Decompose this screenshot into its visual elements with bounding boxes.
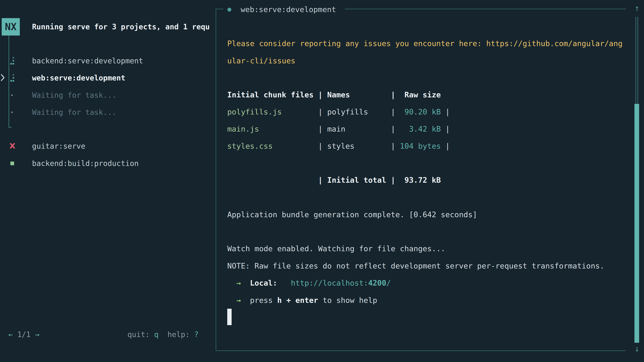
local-url[interactable]: http://localhost: [291, 279, 368, 287]
task-label: Waiting for task... [32, 104, 116, 121]
chunk-size: 3.42 kB [400, 124, 441, 133]
chunk-table-row: main.js | main | 3.42 kB | [227, 120, 450, 138]
scrollbar-track[interactable] [636, 17, 636, 104]
keyboard-hints: quit: q help: ? [128, 326, 198, 343]
chunk-table-row: styles.css | styles | 104 bytes | [227, 138, 450, 155]
pipe: | [441, 107, 450, 116]
indent [227, 279, 236, 287]
failed-x-icon [10, 142, 16, 150]
task-group-guide-corner [8, 127, 12, 128]
pipe: | [318, 176, 327, 185]
task-item-waiting-1[interactable]: Waiting for task... [0, 87, 216, 104]
pipe: | [318, 107, 327, 116]
task-item-backend-serve[interactable]: backend:serve:development [0, 52, 216, 69]
local-label: Local: [250, 279, 277, 287]
pipe: | [391, 107, 400, 116]
task-item-web-serve[interactable]: web:serve:development [0, 69, 216, 86]
header-names-col: Names [327, 90, 391, 99]
pipe: | [318, 142, 327, 150]
pane-border-top-stub [216, 9, 224, 9]
task-label: guitar:serve [32, 138, 85, 155]
pane-border-bottom [216, 351, 626, 351]
pagination-next-arrow[interactable]: → [35, 330, 40, 339]
pipe: | [441, 124, 450, 133]
help-hint-label: help: [158, 330, 194, 339]
sidebar-title: Running serve for 3 projects, and 1 requ [32, 18, 210, 35]
pipe: | [318, 124, 327, 133]
total-label: Initial total [327, 176, 391, 185]
pipe: | [391, 176, 400, 185]
running-spinner-icon [10, 57, 15, 65]
running-spinner-icon [10, 74, 15, 82]
local-url-slash[interactable]: / [386, 279, 391, 287]
total-size: 93.72 kB [400, 176, 441, 185]
help-post: to show help [318, 296, 377, 305]
arrow-icon: → [236, 296, 241, 305]
task-label: Waiting for task... [32, 87, 116, 104]
gap [241, 279, 250, 287]
chunk-size: 90.20 kB [400, 107, 441, 116]
chunk-name: polyfills [327, 107, 391, 116]
notice-line-1: Please consider reporting any issues you… [227, 35, 622, 52]
arrow-icon: → [236, 279, 241, 287]
pane-border-top-rule [345, 9, 626, 9]
pipe: | [391, 124, 400, 133]
chunk-file: styles.css [227, 142, 318, 150]
task-item-backend-build[interactable]: backend:build:production [0, 155, 216, 172]
scrollbar-track[interactable] [638, 17, 638, 104]
local-url-port[interactable]: 4200 [368, 279, 386, 287]
task-item-guitar-serve[interactable]: guitar:serve [0, 138, 216, 155]
pagination: ← 1/1 → [8, 326, 40, 343]
note-line: NOTE: Raw file sizes do not reflect deve… [227, 257, 604, 275]
help-hint-line: → press h + enter to show help [227, 292, 377, 309]
help-pre: press [250, 296, 277, 305]
header-pipe: | [318, 90, 327, 99]
scrollbar-up-arrow-icon[interactable]: ↑ [632, 3, 642, 13]
pane-title: web:serve:development [241, 1, 336, 18]
chunk-table-row: polyfills.js | polyfills | 90.20 kB | [227, 103, 450, 120]
selected-chevron-icon [0, 74, 5, 82]
waiting-dot-icon [11, 111, 13, 113]
notice-line-2: ular-cli/issues [227, 52, 295, 69]
pagination-gap [30, 330, 35, 339]
bundle-complete-line: Application bundle generation complete. … [227, 206, 477, 223]
quit-hint-label: quit: [128, 330, 154, 339]
total-pad [227, 176, 318, 185]
header-files-col: Initial chunk files [227, 90, 318, 99]
header-rawsize-col: Raw size [400, 90, 441, 99]
waiting-dot-icon [11, 94, 13, 96]
active-task-dot-icon [228, 8, 231, 11]
help-keys: h + enter [277, 296, 318, 305]
pagination-prev-arrow[interactable]: ← [8, 330, 13, 339]
scrollbar-thumb[interactable] [634, 104, 639, 343]
pane-border-left [216, 9, 216, 351]
task-sidebar: NX Running serve for 3 projects, and 1 r… [0, 0, 216, 362]
chunk-name: main [327, 124, 391, 133]
gap [241, 296, 250, 305]
quit-hint-key: q [154, 330, 159, 339]
header-pipe: | [391, 90, 400, 99]
task-label: backend:serve:development [32, 52, 143, 69]
chunk-table-header: Initial chunk files | Names | Raw size [227, 86, 441, 103]
task-item-waiting-2[interactable]: Waiting for task... [0, 104, 216, 121]
indent [227, 296, 236, 305]
task-label: web:serve:development [32, 69, 125, 86]
chunk-file: polyfills.js [227, 107, 318, 116]
success-square-icon [10, 162, 14, 165]
chunk-file: main.js [227, 124, 318, 133]
pagination-page-indicator [13, 330, 18, 339]
nx-logo: NX [2, 18, 20, 35]
local-url-line: → Local: http://localhost:4200/ [227, 275, 391, 292]
help-hint-key: ? [194, 330, 198, 339]
pipe: | [391, 142, 400, 150]
nx-terminal-ui: NX Running serve for 3 projects, and 1 r… [0, 0, 644, 362]
pipe: | [441, 142, 450, 150]
chunk-size: 104 bytes [400, 142, 441, 150]
watch-mode-line: Watch mode enabled. Watching for file ch… [227, 240, 445, 257]
chunk-name: styles [327, 142, 391, 150]
terminal-cursor [227, 309, 232, 325]
initial-total-row: | Initial total | 93.72 kB [227, 172, 441, 189]
task-label: backend:build:production [32, 155, 139, 172]
gap [277, 279, 291, 287]
scrollbar-down-arrow-icon[interactable]: ↓ [632, 344, 642, 354]
